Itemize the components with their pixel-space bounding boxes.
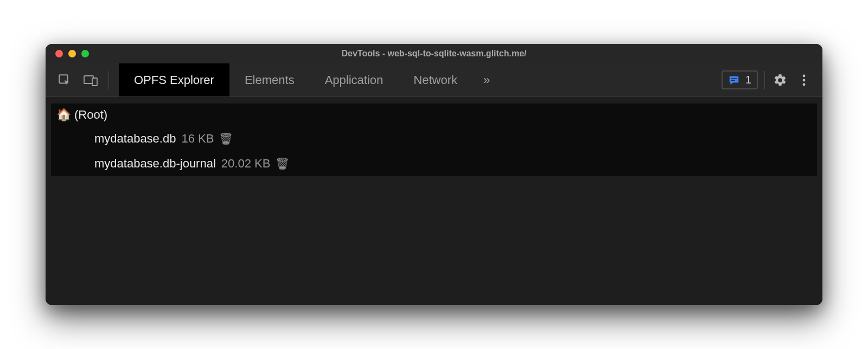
- settings-button[interactable]: [771, 72, 789, 89]
- svg-point-7: [803, 83, 806, 86]
- trash-icon: 🗑️: [219, 133, 233, 145]
- tab-label: Elements: [245, 73, 295, 87]
- minimize-button[interactable]: [68, 50, 76, 57]
- tab-label: OPFS Explorer: [134, 73, 214, 87]
- home-icon: 🏠: [56, 108, 71, 122]
- titlebar: DevTools - web-sql-to-sqlite-wasm.glitch…: [46, 44, 822, 63]
- file-name: mydatabase.db: [94, 132, 176, 146]
- tab-label: Network: [413, 73, 457, 87]
- close-button[interactable]: [55, 50, 63, 57]
- svg-point-6: [803, 79, 806, 81]
- tree-root[interactable]: 🏠 (Root): [51, 104, 817, 126]
- more-tabs-button[interactable]: »: [473, 63, 501, 96]
- file-size: 20.02 KB: [221, 157, 271, 171]
- toolbar-right: 1: [722, 63, 822, 96]
- inspect-element-icon[interactable]: [56, 72, 73, 88]
- tab-opfs-explorer[interactable]: OPFS Explorer: [119, 63, 229, 96]
- tab-label: Application: [325, 73, 384, 87]
- traffic-lights: [46, 50, 89, 57]
- svg-rect-3: [731, 78, 737, 79]
- kebab-icon: [802, 74, 806, 87]
- toolbar-separator: [764, 71, 765, 89]
- panel-tabs: OPFS Explorer Elements Application Netwo…: [119, 63, 501, 96]
- toolbar-left: [46, 63, 119, 96]
- file-size: 16 KB: [181, 132, 214, 146]
- chevron-right-double-icon: »: [483, 73, 490, 87]
- file-name: mydatabase.db-journal: [94, 157, 216, 171]
- window-title: DevTools - web-sql-to-sqlite-wasm.glitch…: [46, 49, 822, 59]
- devtools-window: DevTools - web-sql-to-sqlite-wasm.glitch…: [46, 44, 822, 305]
- tab-application[interactable]: Application: [310, 63, 399, 96]
- opfs-explorer-panel: 🏠 (Root) mydatabase.db 16 KB 🗑️ mydataba…: [46, 97, 822, 305]
- issues-count: 1: [745, 74, 751, 86]
- delete-file-button[interactable]: 🗑️: [276, 157, 289, 170]
- tab-elements[interactable]: Elements: [229, 63, 310, 96]
- toolbar-separator: [108, 71, 109, 89]
- trash-icon: 🗑️: [276, 158, 289, 170]
- gear-icon: [773, 73, 787, 87]
- tree-file-row[interactable]: mydatabase.db 16 KB 🗑️: [51, 126, 817, 151]
- maximize-button[interactable]: [81, 50, 89, 57]
- delete-file-button[interactable]: 🗑️: [219, 132, 233, 145]
- svg-rect-2: [92, 78, 97, 86]
- issues-button[interactable]: 1: [722, 70, 758, 89]
- device-toolbar-icon[interactable]: [82, 72, 99, 88]
- kebab-menu-button[interactable]: [795, 72, 813, 89]
- tree-file-row[interactable]: mydatabase.db-journal 20.02 KB 🗑️: [51, 151, 817, 176]
- root-label: (Root): [74, 108, 107, 122]
- svg-rect-4: [731, 80, 735, 81]
- toolbar: OPFS Explorer Elements Application Netwo…: [46, 63, 822, 97]
- svg-point-5: [803, 74, 806, 77]
- chat-icon: [728, 74, 740, 86]
- tab-network[interactable]: Network: [398, 63, 473, 96]
